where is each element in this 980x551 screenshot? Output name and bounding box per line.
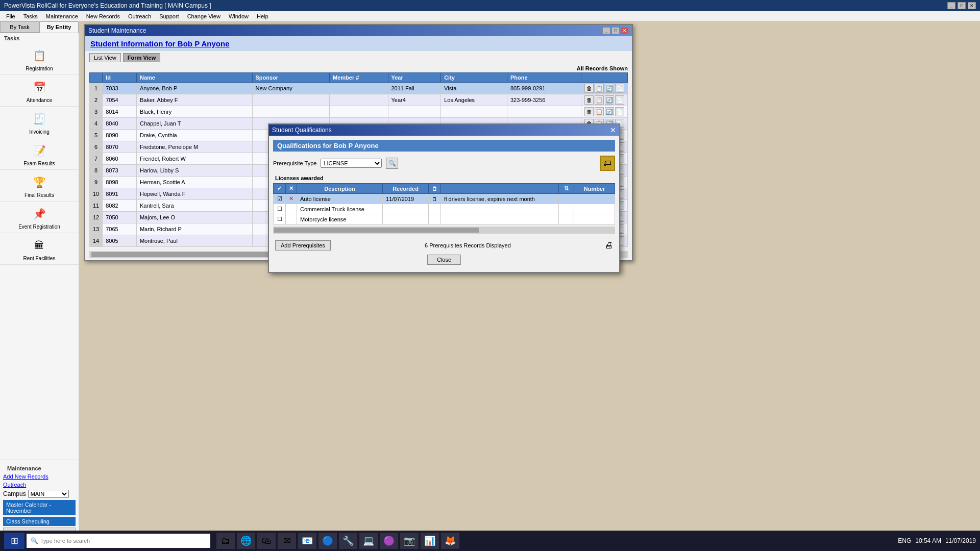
cell-name: Montrose, Paul (136, 235, 252, 247)
cell-name: Chappel, Juan T (136, 118, 252, 130)
taskbar-app-firefox[interactable]: 🦊 (441, 533, 459, 549)
menu-maintenance[interactable]: Maintenance (42, 12, 82, 20)
taskbar-app-outlook[interactable]: 📧 (298, 533, 316, 549)
minimize-btn[interactable]: _ (947, 2, 955, 9)
qual-col-recorded[interactable]: Recorded (383, 184, 429, 194)
row-num: 5 (90, 130, 103, 141)
registration-label: Registration (26, 66, 53, 71)
row-num: 1 (90, 83, 103, 94)
form-view-btn[interactable]: Form View (123, 53, 160, 62)
table-row[interactable]: 3 8014 Black, Henry 🗑 📋 🔄 📄 (90, 106, 628, 118)
qual-table-row[interactable]: ☑ ✕ Auto license 11/07/2019 🗒 fl drivers… (274, 194, 615, 204)
taskbar-app-chrome[interactable]: 🔵 (318, 533, 337, 549)
cell-member (330, 83, 388, 94)
cell-name: Majors, Lee O (136, 212, 252, 223)
search-icon: 🔍 (31, 537, 38, 544)
action-doc[interactable]: 📄 (615, 107, 624, 116)
action-qual[interactable]: 🔄 (605, 107, 614, 116)
qual-sort-cell (559, 214, 574, 224)
action-view[interactable]: 📋 (595, 107, 604, 116)
sidebar-item-registration[interactable]: 📋 Registration (0, 43, 79, 75)
sidebar-item-event-registration[interactable]: 📌 Event Registration (0, 202, 79, 233)
table-row[interactable]: 1 7033 Anyone, Bob P New Company 2011 Fa… (90, 83, 628, 94)
outreach-link[interactable]: Outreach (3, 482, 76, 488)
taskbar-right: ENG 10:54 AM 11/07/2019 (898, 537, 976, 544)
tab-by-task[interactable]: By Task (0, 21, 39, 33)
student-window-title: Student Maintenance (88, 27, 146, 34)
taskbar-app-store[interactable]: 🛍 (257, 533, 276, 549)
col-phone[interactable]: Phone (507, 73, 581, 83)
action-doc[interactable]: 📄 (615, 84, 624, 93)
action-edit[interactable]: 🗑 (584, 95, 594, 105)
sidebar-item-attendance[interactable]: 📅 Attendance (0, 75, 79, 107)
action-qual[interactable]: 🔄 (605, 95, 614, 105)
taskbar-app-explorer[interactable]: 🗂 (216, 533, 235, 549)
menu-support[interactable]: Support (155, 12, 183, 20)
start-button[interactable]: ⊞ (4, 533, 24, 549)
qual-table-row[interactable]: ☐ Motorcycle license (274, 214, 615, 224)
taskbar: ⊞ 🔍 🗂 🌐 🛍 ✉ 📧 🔵 🔧 💻 🟣 📷 📊 🦊 ENG 10:54 AM… (0, 531, 980, 551)
menu-help[interactable]: Help (253, 12, 273, 20)
action-view[interactable]: 📋 (595, 95, 604, 105)
campus-select[interactable]: MAIN (28, 490, 69, 498)
col-member[interactable]: Member # (330, 73, 388, 83)
cell-name: Black, Henry (136, 106, 252, 118)
close-modal-btn[interactable]: Close (427, 255, 461, 265)
action-edit[interactable]: 🗑 (584, 107, 594, 116)
qual-col-desc[interactable]: Description (297, 184, 383, 194)
taskbar-app-camera[interactable]: 📷 (400, 533, 419, 549)
col-year[interactable]: Year (388, 73, 441, 83)
taskbar-app-edge[interactable]: 🌐 (237, 533, 255, 549)
taskbar-time: 10:54 AM (915, 537, 941, 544)
action-view[interactable]: 📋 (595, 84, 604, 93)
menu-change-view[interactable]: Change View (183, 12, 225, 20)
taskbar-app-vs[interactable]: 🟣 (380, 533, 398, 549)
qual-check-cell[interactable]: ☐ (274, 204, 286, 214)
qual-check-cell[interactable]: ☐ (274, 214, 286, 224)
window-maximize[interactable]: □ (611, 27, 620, 34)
sidebar-tasks-label: Tasks (0, 33, 79, 43)
taskbar-search-input[interactable] (40, 538, 206, 544)
class-scheduling-btn[interactable]: Class Scheduling (3, 517, 76, 526)
menu-tasks[interactable]: Tasks (19, 12, 42, 20)
qual-col-number[interactable]: Number (574, 184, 615, 194)
sidebar-item-invoicing[interactable]: 🧾 Invoicing (0, 107, 79, 138)
menu-new-records[interactable]: New Records (82, 12, 124, 20)
action-doc[interactable]: 📄 (615, 95, 624, 105)
menu-outreach[interactable]: Outreach (124, 12, 155, 20)
taskbar-app-mail[interactable]: ✉ (278, 533, 296, 549)
qual-table-row[interactable]: ☐ Commercial Truck license (274, 204, 615, 214)
window-close[interactable]: ✕ (621, 27, 629, 34)
prereq-type-select[interactable]: LICENSE (321, 159, 382, 168)
col-name[interactable]: Name (136, 73, 252, 83)
taskbar-search-box[interactable]: 🔍 (27, 534, 210, 548)
qual-col-sort: ⇅ (559, 184, 574, 194)
modal-horiz-scrollbar[interactable] (273, 227, 615, 234)
window-minimize[interactable]: _ (602, 27, 610, 34)
table-row[interactable]: 2 7054 Baker, Abbey F Year4 Los Angeles … (90, 94, 628, 106)
sidebar: By Task By Entity Tasks 📋 Registration 📅… (0, 21, 79, 541)
add-prerequisites-btn[interactable]: Add Prerequisites (275, 240, 331, 251)
sidebar-item-final-results[interactable]: 🏆 Final Results (0, 170, 79, 202)
prereq-search-btn[interactable]: 🔍 (386, 158, 398, 169)
close-app-btn[interactable]: ✕ (968, 2, 976, 9)
taskbar-app-tools[interactable]: 🔧 (339, 533, 357, 549)
action-qual[interactable]: 🔄 (605, 84, 614, 93)
add-new-records-link[interactable]: Add New Records (3, 473, 76, 480)
sidebar-item-exam-results[interactable]: 📝 Exam Results (0, 138, 79, 170)
master-calendar-btn[interactable]: Master Calendar - November (3, 500, 76, 515)
menu-window[interactable]: Window (225, 12, 253, 20)
col-city[interactable]: City (441, 73, 507, 83)
col-sponsor[interactable]: Sponsor (252, 73, 329, 83)
col-id[interactable]: Id (103, 73, 137, 83)
tab-by-entity[interactable]: By Entity (39, 21, 79, 33)
menu-file[interactable]: File (2, 12, 19, 20)
taskbar-app-dev[interactable]: 💻 (359, 533, 378, 549)
maximize-btn[interactable]: □ (958, 2, 966, 9)
action-edit[interactable]: 🗑 (584, 84, 594, 93)
taskbar-app-app1[interactable]: 📊 (421, 533, 439, 549)
modal-close-x-btn[interactable]: ✕ (610, 126, 616, 134)
list-view-btn[interactable]: List View (89, 53, 121, 62)
sidebar-item-rent-facilities[interactable]: 🏛 Rent Facilities (0, 233, 79, 265)
qual-check-cell[interactable]: ☑ (274, 194, 286, 204)
